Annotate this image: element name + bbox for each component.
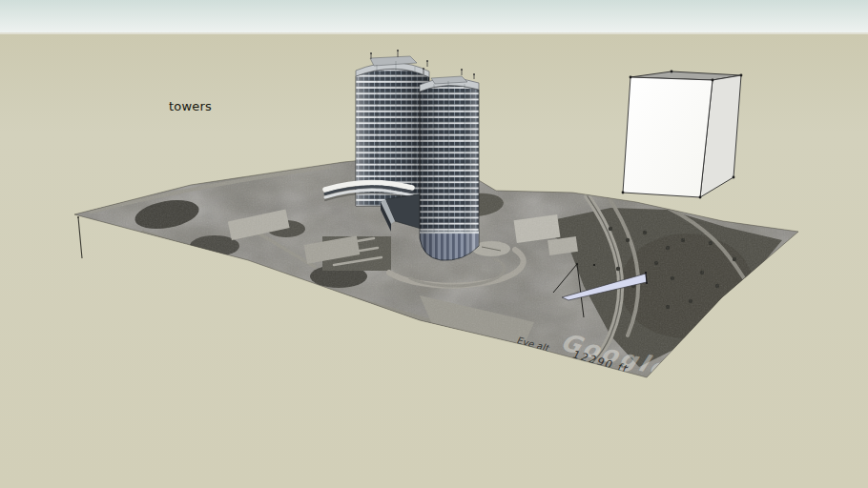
box-front-face bbox=[623, 77, 713, 197]
stray-edge-line[interactable] bbox=[77, 216, 82, 258]
model-annotation-label[interactable]: towers bbox=[169, 99, 212, 113]
model-scene[interactable]: Google Eye alt 12290 ft bbox=[0, 0, 868, 488]
white-box[interactable] bbox=[622, 71, 743, 199]
tower-right[interactable] bbox=[420, 68, 479, 260]
3d-viewport[interactable]: Google Eye alt 12290 ft bbox=[0, 0, 868, 488]
